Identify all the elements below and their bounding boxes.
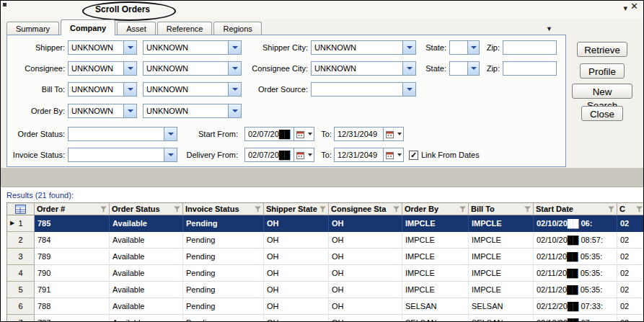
cell-order-by[interactable]: IMPCLE (402, 249, 469, 265)
cell-start-date[interactable]: 02/11/20██ 05:35: (534, 249, 617, 265)
row-number-cell[interactable]: 3 (7, 249, 35, 265)
cell-truncated[interactable]: 02 (617, 232, 644, 249)
checkbox-check-icon[interactable]: ✓ (409, 151, 418, 160)
filter-icon[interactable] (459, 206, 466, 213)
cell-consignee-state[interactable]: OH (329, 315, 402, 321)
cell-order-number[interactable]: 788 (35, 298, 110, 315)
cell-truncated[interactable]: 02 (617, 249, 644, 265)
cell-order-status[interactable]: Available (110, 249, 183, 265)
grid-corner-cell[interactable] (7, 203, 35, 215)
order-by-combo-2[interactable]: UNKNOWN (143, 104, 242, 118)
cell-shipper-state[interactable]: OH (264, 265, 329, 282)
calendar-icon[interactable] (294, 148, 306, 161)
cell-invoice-status[interactable]: Pending (183, 282, 264, 298)
cell-bill-to[interactable]: SELSAN (469, 298, 534, 315)
cell-order-by[interactable]: IMPCLE (402, 232, 469, 249)
dropdown-arrow-icon[interactable] (123, 62, 136, 75)
cell-order-number[interactable]: 784 (35, 232, 110, 249)
order-source-combo[interactable] (311, 82, 416, 97)
cell-shipper-state[interactable]: OH (264, 282, 329, 298)
column-header-bill-to[interactable]: Bill To (469, 203, 534, 215)
cell-order-status[interactable]: Available (110, 315, 183, 321)
table-row[interactable]: ▶1 785 Available Pending OH OH IMPCLE IM… (7, 215, 644, 232)
cell-shipper-state[interactable]: OH (264, 232, 329, 249)
cell-bill-to[interactable]: IMPCLE (469, 249, 534, 265)
cell-invoice-status[interactable]: Pending (183, 298, 264, 315)
consignee-zip-input[interactable] (503, 61, 557, 76)
shipper-combo-1[interactable]: UNKNOWN (68, 40, 137, 55)
column-header-order-by[interactable]: Order By (402, 203, 469, 215)
row-number-cell[interactable]: 2 (7, 232, 35, 249)
column-header-start-date[interactable]: Start Date (534, 203, 617, 215)
cell-consignee-state[interactable]: OH (329, 282, 402, 298)
date-dropdown-arrow-icon[interactable] (395, 128, 403, 140)
link-from-dates-checkbox[interactable]: ✓ Link From Dates (409, 150, 480, 160)
cell-order-number[interactable]: 789 (35, 249, 110, 265)
cell-order-by[interactable]: IMPCLE (402, 265, 469, 282)
cell-consignee-state[interactable]: OH (329, 249, 402, 265)
row-number-cell[interactable]: 7 (7, 315, 35, 321)
filter-icon[interactable] (100, 206, 107, 213)
date-dropdown-arrow-icon[interactable] (395, 148, 403, 161)
consignee-combo-1[interactable]: UNKNOWN (68, 61, 137, 76)
cell-order-number[interactable]: 787 (35, 315, 110, 321)
cell-truncated[interactable]: 02 (617, 265, 644, 282)
cell-bill-to[interactable]: IMPCLE (469, 232, 534, 249)
cell-order-number[interactable]: 791 (35, 282, 110, 298)
start-to-date[interactable]: 12/31/2049 (334, 127, 404, 141)
column-header-truncated[interactable]: C (617, 203, 644, 215)
cell-shipper-state[interactable]: OH (264, 249, 329, 265)
cell-consignee-state[interactable]: OH (329, 265, 402, 282)
cell-start-date[interactable]: 02/12/20██ 07:33: (534, 298, 617, 315)
tab-regions[interactable]: Regions (213, 22, 261, 35)
dropdown-arrow-icon[interactable] (123, 83, 136, 96)
cell-start-date[interactable]: 02/11/20██ 05:35: (534, 265, 617, 282)
cell-order-number[interactable]: 785 (35, 215, 110, 232)
table-row[interactable]: 2 784 Available Pending OH OH IMPCLE IMP… (7, 232, 644, 249)
cell-order-by[interactable]: SELSAN (402, 298, 469, 315)
shipper-city-combo[interactable]: UNKNOWN (311, 40, 416, 55)
cell-bill-to[interactable]: IMPCLE (469, 265, 534, 282)
filter-icon[interactable] (636, 206, 643, 213)
cell-shipper-state[interactable]: OH (264, 298, 329, 315)
invoice-status-combo[interactable] (68, 148, 177, 162)
cell-order-status[interactable]: Available (110, 282, 183, 298)
row-number-cell[interactable]: 6 (7, 298, 35, 315)
table-row[interactable]: 5 791 Available Pending OH OH IMPCLE IMP… (7, 282, 644, 298)
order-status-combo[interactable] (68, 127, 177, 141)
cell-order-status[interactable]: Available (110, 215, 183, 232)
cell-order-number[interactable]: 790 (35, 265, 110, 282)
calendar-icon[interactable] (294, 128, 306, 140)
dropdown-arrow-icon[interactable] (164, 128, 177, 140)
table-row[interactable]: 3 789 Available Pending OH OH IMPCLE IMP… (7, 249, 644, 265)
filter-icon[interactable] (255, 206, 261, 213)
delivery-from-date[interactable]: 02/07/20██ (244, 148, 314, 162)
cell-order-by[interactable]: IMPCLE (402, 215, 469, 232)
row-number-cell[interactable]: 5 (7, 282, 35, 298)
column-header-invoice-status[interactable]: Invoice Status (183, 203, 264, 215)
cell-start-date[interactable]: 02/10/20██ 06: (534, 215, 617, 232)
cell-start-date[interactable]: 02/12/20██ 07: (534, 315, 617, 321)
column-header-order-number[interactable]: Order # (35, 203, 110, 215)
cell-truncated[interactable]: 02 (617, 298, 644, 315)
bill-to-combo-1[interactable]: UNKNOWN (68, 82, 137, 97)
cell-invoice-status[interactable]: Pending (183, 265, 264, 282)
filter-icon[interactable] (393, 206, 400, 213)
cell-bill-to[interactable]: IMPCLE (469, 282, 534, 298)
tab-reference[interactable]: Reference (157, 22, 213, 35)
tab-summary[interactable]: Summary (6, 22, 59, 35)
table-row[interactable]: 4 790 Available Pending OH OH IMPCLE IMP… (7, 265, 644, 282)
table-row[interactable]: 7 787 Available Pending OH OH SELSAN SEL… (7, 315, 644, 321)
table-row[interactable]: 6 788 Available Pending OH OH SELSAN SEL… (7, 298, 644, 315)
cell-order-by[interactable]: IMPCLE (402, 282, 469, 298)
dropdown-arrow-icon[interactable] (402, 83, 415, 96)
dropdown-arrow-icon[interactable] (123, 104, 136, 117)
dropdown-arrow-icon[interactable] (123, 41, 136, 54)
shipper-zip-input[interactable] (503, 40, 557, 55)
profile-button[interactable]: Profile (580, 63, 625, 79)
order-by-combo-1[interactable]: UNKNOWN (68, 104, 137, 118)
start-from-date[interactable]: 02/07/20██ (244, 127, 314, 141)
cell-order-status[interactable]: Available (110, 232, 183, 249)
row-number-cell[interactable]: ▶1 (7, 215, 35, 232)
calendar-icon[interactable] (383, 148, 395, 161)
